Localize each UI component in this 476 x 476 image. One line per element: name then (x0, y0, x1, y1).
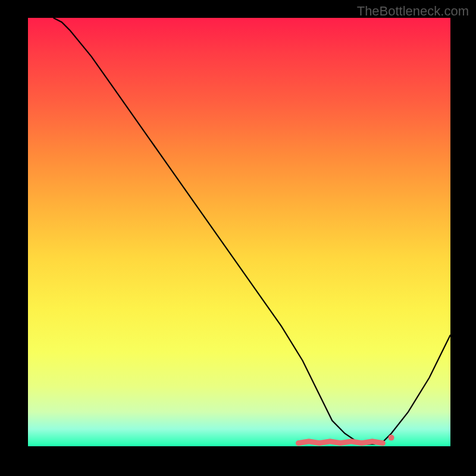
chart-marker-dot (389, 435, 394, 441)
chart-curve (54, 18, 450, 444)
chart-svg (28, 18, 450, 446)
watermark-text: TheBottleneck.com (357, 4, 469, 19)
chart-marker-band (298, 441, 383, 443)
chart-plot-area (28, 18, 450, 446)
